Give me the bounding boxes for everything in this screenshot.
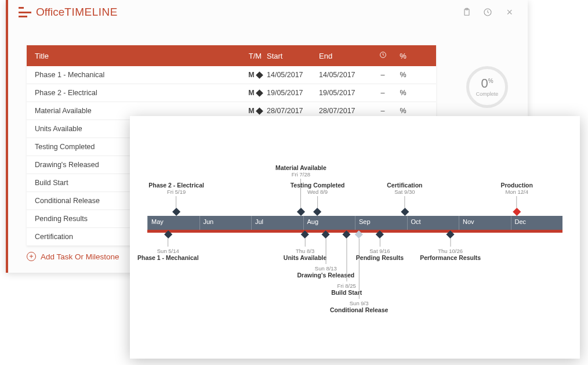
milestone[interactable]: CertificationSat 9/30 [387,182,422,215]
logo-icon [19,7,31,17]
history-icon[interactable] [483,8,492,17]
app-logo: OfficeTIMELINE [19,6,118,19]
col-start[interactable]: Start [267,52,319,60]
col-percent[interactable]: % [394,52,412,60]
table-header: Title T/M Start End % [27,45,436,66]
cell-tm: M [244,107,267,115]
clipboard-icon[interactable] [462,8,471,17]
cell-title: Phase 1 - Mechanical [35,71,244,79]
milestone[interactable]: Sun 5/14Phase 1 - Mechanical [137,232,199,261]
progress-label: Complete [476,91,499,97]
diamond-icon [376,230,384,238]
cell-duration: – [371,71,394,79]
milestone[interactable]: Testing CompletedWed 8/9 [291,182,345,215]
table-row[interactable]: Phase 1 - MechanicalM14/05/201714/05/201… [27,66,436,84]
milestone[interactable]: ProductionMon 12/4 [501,182,533,215]
cell-title: Phase 2 - Electrical [35,89,244,97]
milestone[interactable]: Phase 2 - ElectricalFri 5/19 [148,182,204,215]
milestone-name: Conditional Release [330,306,388,313]
milestone-icon [256,107,263,115]
plus-icon: + [27,252,36,261]
milestone[interactable]: Sat 9/16Pending Results [356,232,404,261]
cell-percent: % [394,89,412,97]
milestone-date: Sun 5/14 [137,248,199,254]
milestone-date: Fri 7/28 [275,171,326,178]
diamond-icon [401,208,409,216]
cell-end: 14/05/2017 [319,71,371,79]
cell-tm: M [244,89,267,97]
milestone-icon [256,89,263,97]
milestone-name: Pending Results [356,254,404,261]
milestone-name: Phase 2 - Electrical [148,182,204,189]
milestone-icon [256,71,263,79]
col-end[interactable]: End [319,52,371,60]
milestone-date: Thu 10/26 [420,248,481,254]
cell-end: 28/07/2017 [319,107,371,115]
diamond-icon [313,208,321,216]
diamond-icon [164,230,172,238]
diamond-icon [513,208,521,216]
cell-duration: – [371,89,394,97]
cell-duration: – [371,107,394,115]
progress-ring: 0% Complete [466,66,508,108]
milestone-name: Performance Results [420,254,481,261]
col-title[interactable]: Title [35,52,244,60]
table-row[interactable]: Phase 2 - ElectricalM19/05/201719/05/201… [27,84,436,102]
milestone-date: Sat 9/16 [356,248,404,254]
milestone-name: Phase 1 - Mechanical [137,254,199,261]
diamond-icon [322,230,330,238]
cell-start: 14/05/2017 [267,71,319,79]
milestone-name: Testing Completed [291,182,345,189]
milestone-date: Wed 8/9 [291,189,345,195]
col-tm[interactable]: T/M [244,52,267,60]
milestone-date: Sun 9/3 [330,300,388,306]
milestone-name: Material Available [275,164,326,171]
progress-value: 0 [481,76,488,91]
add-task-button[interactable]: + Add Task Or Milestone [27,252,119,261]
cell-percent: % [394,71,412,79]
cell-end: 19/05/2017 [319,89,371,97]
close-button[interactable]: × [504,6,515,19]
cell-start: 19/05/2017 [267,89,319,97]
history-icon [379,51,387,59]
milestone-date: Fri 5/19 [148,189,204,195]
milestone-name: Certification [387,182,422,189]
cell-start: 28/07/2017 [267,107,319,115]
milestone-date: Mon 12/4 [501,189,533,195]
accent-stripe [6,0,8,273]
timeline-preview: MayJunJulAugSepOctNovDec Phase 2 - Elect… [130,116,580,359]
logo-text-1: Office [36,6,64,18]
milestone[interactable]: Thu 10/26Performance Results [420,232,481,261]
cell-tm: M [244,71,267,79]
header: OfficeTIMELINE × [6,0,528,23]
diamond-icon [447,230,455,238]
add-task-label: Add Task Or Milestone [41,252,119,261]
logo-text-2: TIMELINE [64,6,118,18]
milestone-date: Sat 9/30 [387,189,422,195]
cell-title: Material Available [35,107,244,115]
milestone-name: Production [501,182,533,189]
cell-percent: % [394,107,412,115]
diamond-icon [172,208,180,216]
progress-suffix: % [488,78,493,84]
col-duration[interactable] [371,51,394,60]
